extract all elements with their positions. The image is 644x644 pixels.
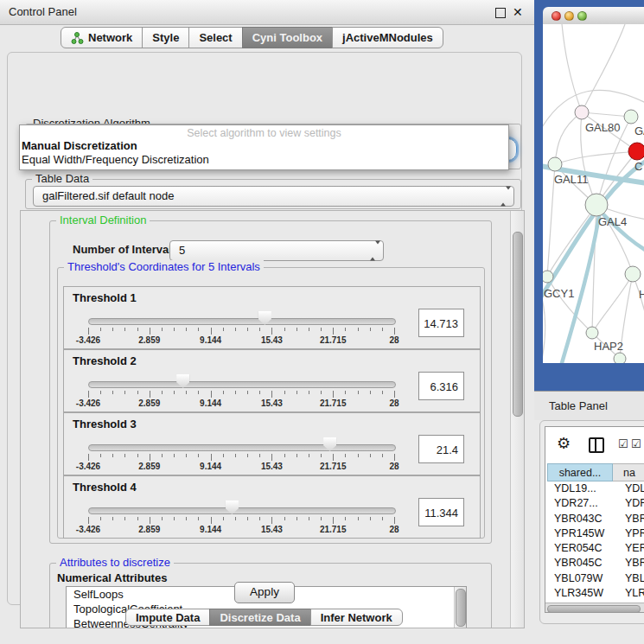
- minimize-traffic-light-icon[interactable]: [564, 11, 574, 21]
- threshold-4-value[interactable]: 11.344: [418, 498, 464, 526]
- settings-scrollbar[interactable]: [510, 211, 524, 628]
- columns-icon[interactable]: [589, 437, 604, 453]
- screen: Control Panel ✕ NetworkStyleSelectCyni T…: [0, 0, 644, 644]
- column-header-shared-name[interactable]: shared...: [547, 463, 613, 481]
- list-scrollbar[interactable]: [454, 587, 466, 628]
- tick-label: 2.859: [138, 525, 160, 534]
- cell-name[interactable]: YBL0: [625, 571, 644, 586]
- tick-mark: [112, 328, 113, 331]
- cell-shared-name[interactable]: YDL19...: [554, 481, 596, 496]
- tab-style[interactable]: Style: [142, 27, 189, 48]
- table-data-select-value: galFiltered.sif default node: [42, 187, 174, 206]
- table-horizontal-scrollbar[interactable]: [545, 603, 644, 612]
- close-icon[interactable]: ✕: [513, 0, 523, 24]
- tick-mark: [345, 391, 346, 394]
- tick-mark: [150, 454, 150, 461]
- tick-mark: [358, 328, 359, 331]
- apply-button[interactable]: Apply: [234, 582, 295, 603]
- threshold-1-value[interactable]: 14.713: [418, 309, 464, 337]
- network-node[interactable]: [614, 353, 626, 363]
- table-row[interactable]: YDL19...YDL1: [547, 481, 644, 496]
- algorithm-option[interactable]: Equal Width/Frequency Discretization: [20, 153, 508, 167]
- tab-impute-data[interactable]: Impute Data: [125, 609, 210, 626]
- network-node-gal80[interactable]: [575, 105, 589, 119]
- float-window-icon[interactable]: [495, 8, 506, 18]
- table-row[interactable]: YBR045CYBR0: [547, 556, 644, 571]
- cell-name[interactable]: YER0: [625, 541, 644, 556]
- tab-select[interactable]: Select: [188, 27, 242, 48]
- threshold-2-value[interactable]: 6.316: [418, 372, 464, 400]
- tick-label: 15.43: [261, 462, 283, 471]
- tab-network[interactable]: Network: [61, 27, 143, 48]
- cell-shared-name[interactable]: YBR043C: [554, 512, 603, 526]
- cell-name[interactable]: YBR0: [625, 512, 644, 526]
- cell-shared-name[interactable]: YBR045C: [554, 556, 603, 571]
- list-scrollbar-thumb[interactable]: [456, 589, 466, 627]
- tick-mark: [186, 328, 187, 331]
- cell-shared-name[interactable]: YLR345W: [554, 586, 603, 601]
- table-row[interactable]: YBL079WYBL0: [547, 571, 644, 586]
- tick-mark: [198, 328, 199, 331]
- table-data-select[interactable]: galFiltered.sif default node: [33, 186, 514, 207]
- table-horizontal-scrollbar-thumb[interactable]: [547, 605, 641, 613]
- tick-label: 28: [389, 462, 399, 471]
- threshold-2-slider-track[interactable]: [88, 381, 396, 388]
- table-row[interactable]: YDR27...YDR2: [547, 496, 644, 511]
- tab-jactivemnodules[interactable]: jActiveMNodules: [332, 27, 443, 48]
- control-panel-titlebar: Control Panel ✕: [0, 0, 534, 25]
- checkbox-icon[interactable]: ☑: [618, 437, 628, 450]
- tab-infer-network[interactable]: Infer Network: [310, 609, 403, 626]
- tick-mark: [186, 454, 187, 457]
- network-canvas[interactable]: GAL80GACGAL11GAL4GCY1HHAP2: [543, 24, 644, 363]
- gear-icon[interactable]: ⚙: [557, 434, 571, 452]
- tick-mark: [186, 517, 187, 520]
- algorithm-option[interactable]: Manual Discretization: [20, 139, 508, 153]
- tick-mark: [174, 517, 175, 520]
- threshold-panel-4: Threshold 4 -3.4262.8599.14415.4321.7152…: [63, 475, 481, 539]
- cell-name[interactable]: YDR2: [625, 496, 644, 511]
- tick-mark: [296, 454, 297, 457]
- cell-shared-name[interactable]: YPR145W: [554, 526, 604, 541]
- slider-ticks: [88, 391, 394, 399]
- network-node-h[interactable]: [625, 266, 641, 282]
- zoom-traffic-light-icon[interactable]: [577, 11, 587, 21]
- threshold-3-value[interactable]: 21.4: [418, 435, 464, 463]
- table-row[interactable]: YPR145WYPR1: [547, 526, 644, 541]
- network-node-gal11[interactable]: [548, 157, 562, 171]
- network-node-c[interactable]: [628, 143, 644, 160]
- threshold-3-slider-track[interactable]: [88, 444, 396, 451]
- tab-discretize-data[interactable]: Discretize Data: [209, 609, 310, 626]
- cell-shared-name[interactable]: YBL079W: [554, 571, 603, 586]
- table-panel-header: Table Panel: [534, 391, 644, 420]
- threshold-1-slider-track[interactable]: [88, 318, 396, 325]
- cell-name[interactable]: YBR0: [625, 556, 644, 571]
- cell-shared-name[interactable]: YER054C: [554, 541, 603, 556]
- table-header-row: shared... na: [547, 463, 644, 481]
- table-row[interactable]: YLR345WYLR3: [547, 586, 644, 601]
- network-node-ga[interactable]: [624, 110, 638, 124]
- network-node-hap2[interactable]: [586, 327, 598, 339]
- tick-mark: [247, 517, 248, 520]
- node-label: C: [634, 160, 642, 173]
- column-header-name[interactable]: na: [613, 463, 644, 481]
- close-traffic-light-icon[interactable]: [552, 11, 561, 21]
- settings-scrollbar-thumb[interactable]: [513, 232, 523, 417]
- tab-cyni-toolbox[interactable]: Cyni Toolbox: [242, 27, 333, 48]
- tick-mark: [370, 454, 371, 457]
- cell-shared-name[interactable]: YDR27...: [554, 496, 598, 511]
- number-of-intervals-select[interactable]: 5: [169, 240, 384, 261]
- threshold-4-slider-track[interactable]: [88, 507, 396, 514]
- tick-mark: [223, 328, 224, 331]
- network-node-gcy1[interactable]: [543, 271, 553, 283]
- cell-name[interactable]: YDL1: [625, 481, 644, 496]
- tick-mark: [124, 328, 125, 331]
- table-row[interactable]: YER054CYER0: [547, 541, 644, 556]
- cell-name[interactable]: YPR1: [625, 526, 644, 541]
- cell-name[interactable]: YLR3: [625, 586, 644, 601]
- table-row[interactable]: YBR043CYBR0: [547, 512, 644, 526]
- tick-label: 9.144: [200, 462, 221, 471]
- checkbox-icon[interactable]: ☑: [631, 437, 641, 450]
- network-view-window: GAL80GACGAL11GAL4GCY1HHAP2: [543, 7, 644, 363]
- threshold-panel-1: Threshold 1 -3.4262.8599.14415.4321.7152…: [63, 286, 481, 349]
- network-node-gal4[interactable]: [585, 194, 608, 216]
